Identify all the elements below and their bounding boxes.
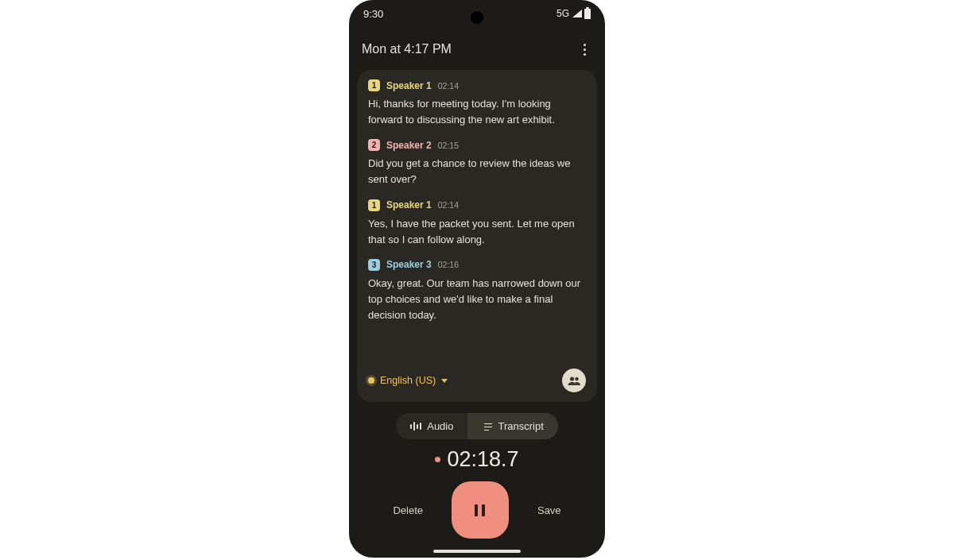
speaker-name: Speaker 1: [386, 80, 432, 91]
entry-text: Okay, great. Our team has narrowed down …: [368, 276, 586, 323]
speaker-name: Speaker 2: [386, 140, 432, 151]
tab-transcript-label: Transcript: [498, 420, 543, 432]
entry-text: Yes, I have the packet you sent. Let me …: [368, 216, 586, 248]
entry-timestamp: 02:14: [438, 200, 459, 210]
transcript-card: 1Speaker 102:14Hi, thanks for meeting to…: [357, 70, 597, 402]
tab-transcript[interactable]: Transcript: [467, 413, 557, 439]
status-clock: 9:30: [363, 8, 383, 20]
toolbar: Mon at 4:17 PM: [349, 32, 605, 67]
speakers-button[interactable]: [562, 369, 586, 392]
status-network-label: 5G: [556, 8, 569, 19]
entry-header: 1Speaker 102:14: [368, 79, 586, 91]
language-label: English (US): [380, 375, 436, 386]
battery-icon: [584, 9, 591, 19]
transcript-list: 1Speaker 102:14Hi, thanks for meeting to…: [368, 79, 586, 323]
entry-header: 2Speaker 202:15: [368, 139, 586, 151]
svg-point-1: [575, 377, 579, 380]
front-camera-hole: [471, 11, 483, 24]
chevron-down-icon: [441, 379, 448, 383]
action-row: Delete Save: [393, 481, 560, 539]
transcript-icon: [482, 423, 492, 431]
transcript-entry[interactable]: 1Speaker 102:14Hi, thanks for meeting to…: [368, 79, 586, 128]
transcript-entry[interactable]: 1Speaker 102:14Yes, I have the packet yo…: [368, 199, 586, 248]
recording-dot-icon: [435, 457, 440, 462]
language-selector[interactable]: English (US): [368, 375, 448, 386]
speaker-name: Speaker 3: [386, 259, 432, 270]
svg-point-0: [569, 377, 573, 380]
more-options-button[interactable]: [576, 41, 592, 57]
speaker-badge: 1: [368, 79, 380, 91]
speaker-name: Speaker 1: [386, 199, 432, 210]
entry-text: Hi, thanks for meeting today. I'm lookin…: [368, 96, 586, 128]
speaker-badge: 1: [368, 199, 380, 211]
pause-button[interactable]: [452, 481, 509, 539]
entry-header: 1Speaker 102:14: [368, 199, 586, 211]
transcript-entry[interactable]: 2Speaker 202:15Did you get a chance to r…: [368, 139, 586, 187]
view-toggle: Audio Transcript: [396, 413, 558, 439]
people-icon: [568, 377, 581, 385]
entry-timestamp: 02:16: [438, 260, 459, 269]
timer: 02:18.7: [435, 447, 518, 472]
pause-icon: [475, 504, 485, 516]
delete-button[interactable]: Delete: [393, 504, 423, 516]
tab-audio-label: Audio: [427, 420, 453, 432]
language-dot-icon: [368, 377, 374, 384]
recorder-controls: Audio Transcript 02:18.7 Delete Save: [349, 402, 605, 558]
phone-frame: 9:30 5G Mon at 4:17 PM 1Speaker 102:14Hi…: [349, 0, 605, 558]
tab-audio[interactable]: Audio: [396, 413, 467, 439]
entry-text: Did you get a chance to review the ideas…: [368, 156, 586, 187]
transcript-entry[interactable]: 3Speaker 302:16Okay, great. Our team has…: [368, 259, 586, 323]
status-right: 5G: [556, 8, 591, 19]
speaker-badge: 3: [368, 259, 380, 271]
signal-icon: [572, 10, 582, 17]
entry-timestamp: 02:15: [438, 141, 459, 150]
transcript-footer: English (US): [368, 369, 586, 392]
waveform-icon: [410, 422, 421, 431]
entry-timestamp: 02:14: [438, 81, 459, 91]
elapsed-time: 02:18.7: [447, 447, 518, 472]
entry-header: 3Speaker 302:16: [368, 259, 586, 271]
recording-title: Mon at 4:17 PM: [362, 42, 452, 56]
save-button[interactable]: Save: [537, 504, 561, 516]
gesture-nav-bar[interactable]: [433, 550, 521, 553]
speaker-badge: 2: [368, 139, 380, 151]
